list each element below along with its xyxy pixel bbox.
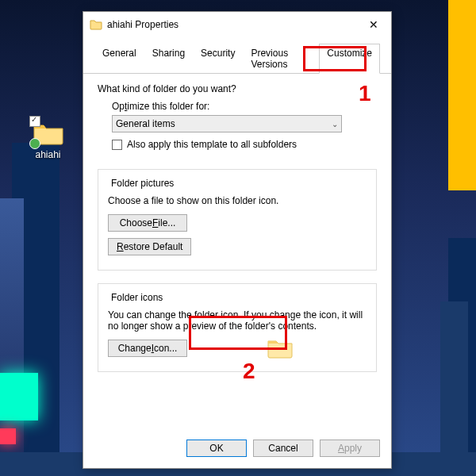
folder-pictures-text: Choose a file to show on this folder ico… [108, 195, 367, 206]
dialog-title: ahiahi Properties [107, 19, 363, 30]
dropdown-value: General items [116, 118, 175, 129]
folder-icons-title: Folder icons [108, 292, 166, 303]
section-kind-heading: What kind of folder do you want? [98, 83, 377, 94]
tab-previous-versions[interactable]: Previous Versions [243, 44, 319, 74]
titlebar[interactable]: ahiahi Properties ✕ [83, 12, 391, 37]
tab-customize[interactable]: Customize [319, 44, 380, 74]
folder-icon-preview [267, 337, 294, 359]
folder-icon [33, 121, 64, 146]
tab-sharing[interactable]: Sharing [144, 44, 193, 74]
change-icon-button[interactable]: Change Icon... [108, 340, 187, 357]
annotation-number-1: 1 [359, 81, 371, 106]
sync-badge-icon [29, 138, 40, 149]
choose-file-button[interactable]: Choose File... [108, 214, 187, 232]
close-button[interactable]: ✕ [363, 13, 385, 36]
restore-default-button[interactable]: Restore Default [108, 238, 191, 255]
subfolders-label: Also apply this template to all subfolde… [127, 139, 297, 150]
optimize-label: Optimize this folder for: [112, 101, 370, 112]
tab-bar: General Sharing Security Previous Versio… [83, 37, 391, 74]
annotation-number-2: 2 [243, 359, 255, 384]
subfolders-checkbox[interactable] [112, 140, 122, 150]
apply-button[interactable]: Apply [320, 440, 380, 457]
dialog-footer: OK Cancel Apply [186, 436, 380, 460]
tab-security[interactable]: Security [193, 44, 243, 74]
desktop-folder-label: ahiahi [26, 149, 70, 160]
folder-pictures-title: Folder pictures [108, 178, 177, 189]
cancel-button[interactable]: Cancel [253, 440, 313, 457]
folder-icons-text: You can change the folder icon. If you c… [108, 309, 367, 332]
folder-icons-group: Folder icons You can change the folder i… [98, 283, 377, 372]
folder-icon [90, 18, 102, 31]
folder-pictures-group: Folder pictures Choose a file to show on… [98, 169, 377, 271]
ok-button[interactable]: OK [186, 440, 247, 457]
properties-dialog: ahiahi Properties ✕ General Sharing Secu… [83, 11, 392, 469]
chevron-down-icon: ⌄ [332, 120, 338, 129]
optimize-dropdown[interactable]: General items ⌄ [112, 115, 342, 132]
desktop-folder-shortcut[interactable]: ahiahi [26, 121, 70, 160]
tab-general[interactable]: General [94, 44, 144, 74]
checkbox-overlay [29, 116, 40, 127]
